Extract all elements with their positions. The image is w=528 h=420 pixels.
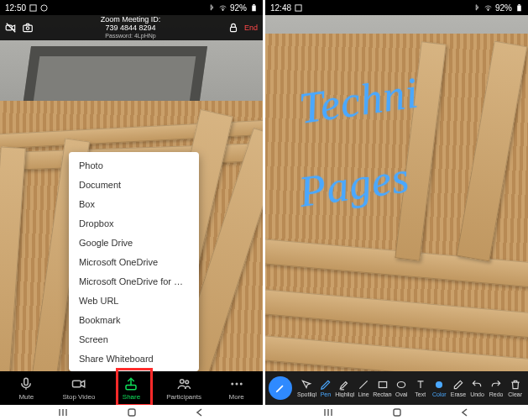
- meeting-password: Password: 4LpHNp: [105, 33, 155, 39]
- back-button[interactable]: [194, 407, 206, 418]
- highlight-tool[interactable]: Highlight: [335, 379, 354, 397]
- share-menu-item[interactable]: Document: [69, 175, 199, 194]
- status-time: 12:50: [5, 3, 26, 13]
- line-tool[interactable]: Line: [354, 379, 374, 397]
- highlight-icon: [338, 379, 350, 391]
- more-button[interactable]: More: [215, 376, 259, 401]
- share-menu-item[interactable]: Google Drive: [69, 233, 199, 252]
- oval-tool[interactable]: Oval: [392, 379, 411, 397]
- zoom-bottom-bar: Mute Stop Video Share Participants More: [0, 371, 263, 405]
- share-menu-item[interactable]: Box: [69, 194, 199, 213]
- notif-icon: [29, 4, 37, 12]
- tool-label: Line: [358, 391, 369, 397]
- tool-label: Rectangle: [373, 391, 392, 397]
- svg-rect-17: [128, 409, 135, 416]
- share-menu-item[interactable]: Microsoft OneDrive: [69, 252, 199, 271]
- rectangle-tool[interactable]: Rectangle: [373, 379, 392, 397]
- svg-point-14: [231, 382, 233, 385]
- svg-rect-21: [518, 4, 520, 6]
- phone-right: Techni Pages 12:48 92% Spotlight Pen: [265, 0, 528, 420]
- spotlight-tool[interactable]: Spotlight: [297, 379, 316, 397]
- svg-point-2: [222, 9, 224, 11]
- wifi-icon: [219, 4, 227, 12]
- status-bar: 12:48 92%: [265, 0, 528, 15]
- share-menu-item[interactable]: Screen: [69, 329, 199, 349]
- pen-tool[interactable]: Pen: [316, 379, 336, 397]
- bluetooth-icon: [208, 4, 216, 12]
- android-nav-bar: [0, 405, 263, 420]
- mic-icon: [18, 376, 34, 391]
- stop-video-label: Stop Video: [62, 393, 95, 401]
- clear-tool[interactable]: Clear: [505, 379, 525, 397]
- status-battery: 92%: [495, 3, 512, 13]
- share-menu-item[interactable]: Photo: [69, 155, 199, 175]
- oval-icon: [395, 379, 407, 391]
- share-menu-item[interactable]: Bookmark: [69, 310, 199, 329]
- svg-point-24: [436, 381, 442, 388]
- svg-point-16: [239, 382, 242, 385]
- back-button[interactable]: [459, 407, 471, 418]
- svg-rect-10: [72, 381, 81, 387]
- share-menu-item[interactable]: Dropbox: [69, 213, 199, 233]
- svg-point-13: [186, 380, 189, 383]
- phone-left: 12:50 92% Zoom Meeting ID: 739 4844 8294…: [0, 0, 263, 420]
- meeting-id-label: Zoom Meeting ID:: [101, 15, 161, 24]
- redo-icon: [490, 379, 502, 391]
- tool-label: Undo: [470, 391, 484, 397]
- pencil-fab[interactable]: [269, 376, 292, 400]
- share-button[interactable]: Share: [109, 376, 153, 401]
- status-time: 12:48: [270, 3, 291, 13]
- pencil-icon: [274, 382, 286, 394]
- svg-rect-4: [253, 4, 254, 6]
- share-menu: Photo Document Box Dropbox Google Drive …: [69, 152, 199, 371]
- color-tool[interactable]: Color: [430, 379, 449, 397]
- bluetooth-icon: [473, 4, 481, 12]
- share-menu-item[interactable]: Microsoft OneDrive for Business: [69, 271, 199, 291]
- text-tool[interactable]: Text: [410, 379, 430, 397]
- svg-rect-25: [394, 409, 400, 416]
- erase-tool[interactable]: Erase: [449, 379, 468, 397]
- participants-label: Participants: [166, 393, 201, 401]
- undo-tool[interactable]: Undo: [468, 379, 487, 397]
- svg-rect-11: [126, 385, 136, 389]
- switch-camera-icon[interactable]: [22, 22, 34, 34]
- svg-rect-18: [295, 4, 301, 10]
- spotlight-icon: [301, 379, 312, 391]
- erase-icon: [452, 379, 464, 391]
- tool-label: Clear: [508, 391, 522, 397]
- redo-tool[interactable]: Redo: [487, 379, 506, 397]
- status-bar: 12:50 92%: [0, 0, 263, 15]
- zoom-top-bar: Zoom Meeting ID: 739 4844 8294 Password:…: [0, 15, 263, 40]
- share-menu-item[interactable]: Web URL: [69, 291, 199, 310]
- end-button[interactable]: End: [244, 24, 258, 32]
- mute-button[interactable]: Mute: [4, 376, 48, 401]
- svg-point-7: [26, 27, 29, 29]
- recents-button[interactable]: [322, 407, 334, 418]
- lock-icon[interactable]: [227, 22, 239, 34]
- home-button[interactable]: [126, 407, 138, 418]
- notif-icon: [40, 4, 48, 12]
- recents-button[interactable]: [57, 407, 69, 418]
- participants-icon: [176, 376, 191, 391]
- share-menu-item[interactable]: Share Whiteboard: [69, 349, 199, 368]
- tool-label: Pen: [321, 391, 331, 397]
- line-icon: [358, 379, 369, 391]
- color-icon: [433, 379, 445, 391]
- svg-point-12: [180, 379, 185, 383]
- trash-icon: [510, 379, 521, 391]
- share-label: Share: [123, 393, 140, 401]
- svg-point-15: [235, 382, 238, 385]
- stop-video-button[interactable]: Stop Video: [57, 376, 101, 401]
- pen-icon: [320, 379, 332, 391]
- tool-label: Spotlight: [297, 391, 316, 397]
- tool-label: Highlight: [335, 391, 354, 397]
- android-nav-bar: [265, 405, 528, 420]
- svg-rect-22: [379, 382, 386, 388]
- battery-icon: [515, 4, 523, 12]
- camera-off-icon[interactable]: [5, 22, 17, 34]
- participants-button[interactable]: Participants: [162, 376, 206, 401]
- home-button[interactable]: [391, 407, 403, 418]
- notif-icon: [295, 4, 302, 12]
- svg-point-23: [398, 382, 405, 388]
- video-icon: [71, 376, 86, 391]
